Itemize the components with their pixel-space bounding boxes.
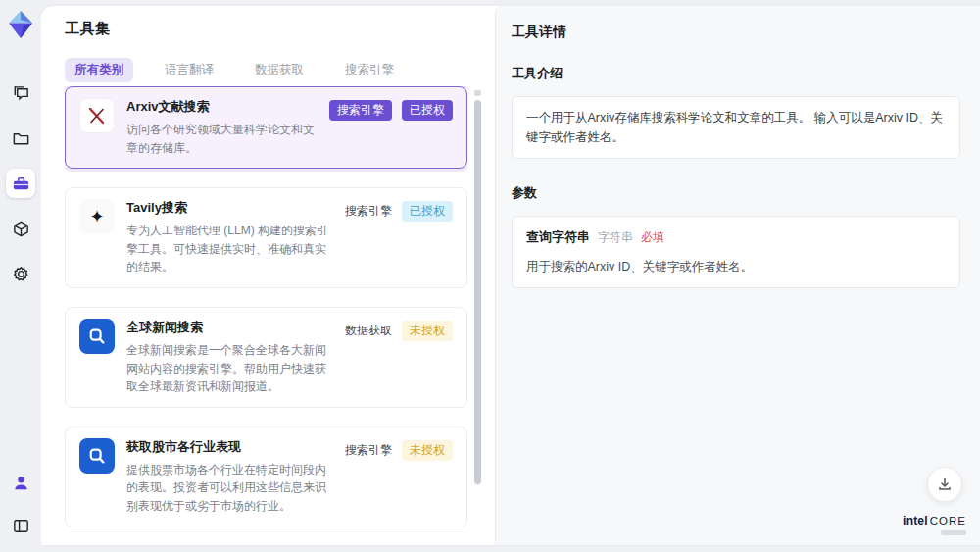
status-badge: 已授权 (402, 201, 453, 222)
tool-name: Tavily搜索 (126, 199, 333, 217)
sidebar-item-files[interactable] (6, 124, 35, 153)
sidebar-item-collapse[interactable] (6, 511, 35, 540)
tool-detail-panel: 工具详情 工具介绍 一个用于从Arxiv存储库搜索科学论文和文章的工具。 输入可… (495, 6, 980, 545)
param-type: 字符串 (598, 228, 633, 247)
cube-icon (12, 220, 30, 238)
scrollbar-thumb[interactable] (474, 100, 481, 484)
tool-description: 提供股票市场各个行业在特定时间段内的表现。投资者可以利用这些信息来识别表现优于或… (126, 461, 333, 516)
intro-heading: 工具介绍 (512, 65, 960, 82)
left-sidebar (0, 0, 41, 552)
tool-description: 专为人工智能代理 (LLM) 构建的搜索引擎工具。可快速提供实时、准确和真实的结… (126, 222, 333, 276)
tool-card-arxiv[interactable]: Arxiv文献搜索 访问各个研究领域大量科学论文和文章的存储库。 搜索引擎 已授… (65, 86, 467, 169)
intel-core-text: CORE (930, 515, 966, 527)
sidebar-item-chat[interactable] (6, 78, 35, 108)
param-required-label: 必填 (641, 228, 664, 247)
tab-all-categories[interactable]: 所有类别 (65, 58, 133, 82)
sidebar-item-settings[interactable] (6, 259, 35, 288)
category-badge: 搜索引擎 (329, 100, 392, 121)
tool-card-tavily[interactable]: ✦ Tavily搜索 专为人工智能代理 (LLM) 构建的搜索引擎工具。可快速提… (65, 187, 467, 288)
user-icon (12, 474, 30, 492)
status-badge: 未授权 (402, 321, 453, 341)
sidebar-item-tools[interactable] (6, 169, 35, 198)
tool-name: 获取股市各行业表现 (126, 438, 333, 456)
param-name: 查询字符串 (526, 227, 590, 248)
download-icon (937, 477, 953, 492)
tool-card-stock-sectors[interactable]: 获取股市各行业表现 提供股票市场各个行业在特定时间段内的表现。投资者可以利用这些… (65, 427, 467, 527)
page-title: 工具集 (65, 20, 495, 38)
detail-title: 工具详情 (512, 24, 960, 41)
blue-search-icon (79, 319, 115, 354)
intel-brand-text: intel (903, 515, 928, 527)
intro-box: 一个用于从Arxiv存储库搜索科学论文和文章的工具。 输入可以是Arxiv ID… (512, 96, 960, 159)
arxiv-icon (79, 98, 115, 133)
category-label: 数据获取 (345, 321, 392, 341)
status-badge: 未授权 (402, 440, 453, 461)
intel-core-logo: intel CORE (903, 515, 966, 535)
settings-icon (12, 265, 30, 283)
tool-card-global-news[interactable]: 全球新闻搜索 全球新闻搜索是一个聚合全球各大新闻网站内容的搜索引擎。帮助用户快速… (65, 307, 467, 408)
main-window: 工具集 所有类别 语言翻译 数据获取 搜索引擎 Arxiv文献搜索 访问各个研究… (41, 6, 980, 545)
toolbox-icon (12, 175, 30, 193)
tool-description: 访问各个研究领域大量科学论文和文章的存储库。 (126, 121, 318, 157)
blue-search-icon (79, 438, 115, 474)
tool-description: 全球新闻搜索是一个聚合全球各大新闻网站内容的搜索引擎。帮助用户快速获取全球最新资… (126, 341, 333, 396)
panel-toggle-icon (12, 517, 30, 535)
app-logo[interactable] (6, 10, 35, 39)
tab-language-translation[interactable]: 语言翻译 (155, 58, 223, 82)
tab-data-fetch[interactable]: 数据获取 (245, 58, 314, 82)
status-badge: 已授权 (402, 100, 453, 121)
download-button[interactable] (927, 467, 962, 502)
param-description: 用于搜索的Arxiv ID、关键字或作者姓名。 (526, 257, 946, 276)
sidebar-item-packages[interactable] (6, 214, 35, 243)
folder-icon (12, 129, 30, 148)
category-label: 搜索引擎 (345, 201, 392, 222)
tool-name: 全球新闻搜索 (126, 319, 333, 336)
scrollbar-up-arrow[interactable] (474, 90, 481, 96)
intro-text: 一个用于从Arxiv存储库搜索科学论文和文章的工具。 输入可以是Arxiv ID… (526, 111, 943, 144)
tool-name: Arxiv文献搜索 (126, 98, 318, 116)
chat-icon (12, 84, 30, 103)
list-scrollbar[interactable] (474, 90, 481, 537)
sparkle-icon: ✦ (79, 199, 115, 234)
tool-card-list: Arxiv文献搜索 访问各个研究领域大量科学论文和文章的存储库。 搜索引擎 已授… (65, 86, 467, 545)
category-label: 搜索引擎 (345, 440, 392, 461)
tab-search-engine[interactable]: 搜索引擎 (335, 58, 404, 82)
tool-list-panel: 工具集 所有类别 语言翻译 数据获取 搜索引擎 Arxiv文献搜索 访问各个研究… (41, 6, 495, 545)
param-box: 查询字符串 字符串 必填 用于搜索的Arxiv ID、关键字或作者姓名。 (512, 216, 960, 288)
category-tabs: 所有类别 语言翻译 数据获取 搜索引擎 (65, 58, 495, 82)
intel-sub-mark (941, 530, 966, 535)
sidebar-item-account[interactable] (6, 468, 35, 497)
params-heading: 参数 (512, 184, 960, 202)
